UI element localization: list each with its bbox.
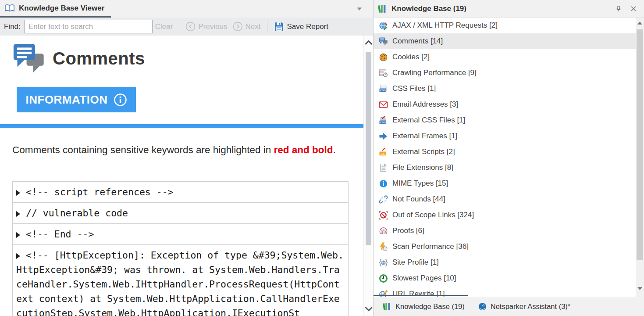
out-of-scope-icon: [379, 211, 388, 220]
save-report-button[interactable]: Save Report: [271, 21, 331, 32]
dock-tabstrip: Knowledge Base (19) Netsparker Assistant…: [374, 297, 644, 316]
kb-item-proofs[interactable]: Proofs [6]: [374, 223, 636, 239]
close-icon[interactable]: [630, 5, 637, 12]
viewer-panel: Knowledge Base Viewer Find: Clear Previo…: [0, 0, 373, 316]
search-input[interactable]: [24, 20, 153, 33]
kb-item-external-scripts[interactable]: JS External Scripts [2]: [374, 144, 636, 160]
kb-item-label: External Scripts [2]: [392, 147, 455, 156]
svg-text:CSS: CSS: [380, 89, 386, 92]
circle-arrow-left-icon: [185, 22, 196, 32]
kb-item-label: Email Addresses [3]: [392, 100, 458, 109]
section-divider-bar: [0, 124, 363, 128]
kb-item-mime-types[interactable]: MIME Types [15]: [374, 176, 636, 191]
scroll-up-icon[interactable]: [637, 22, 642, 25]
kb-item-label: Crawling Performance [9]: [392, 68, 477, 77]
comments-icon: [379, 37, 388, 46]
books-icon: [378, 4, 388, 14]
knowledge-base-title: Knowledge Base (19): [391, 4, 466, 13]
comments-table: <!-- script references --> // vulnerable…: [12, 181, 349, 316]
site-profile-icon: [379, 258, 388, 267]
previous-button[interactable]: Previous: [183, 22, 230, 32]
find-toolbar: Find: Clear Previous Next: [0, 18, 373, 36]
tab-netsparker-assistant[interactable]: Netsparker Assistant (3)*: [471, 297, 577, 316]
knowledge-base-header: Knowledge Base (19): [374, 0, 644, 18]
kb-item-external-frames[interactable]: External Frames [1]: [374, 128, 636, 144]
kb-item-label: Cookies [2]: [392, 53, 430, 61]
email-icon: [379, 100, 388, 109]
open-book-icon: [4, 4, 15, 13]
expand-arrow-icon[interactable]: [16, 211, 20, 217]
kb-item-label: Out of Scope Links [324]: [392, 211, 474, 219]
knowledge-base-scrollbar[interactable]: [636, 18, 644, 297]
file-extensions-icon: [379, 163, 388, 172]
clear-button[interactable]: Clear: [153, 22, 176, 31]
mime-types-icon: [379, 179, 388, 188]
comment-row[interactable]: // vulnerable code: [13, 203, 348, 224]
toolbar-separator: [179, 20, 179, 33]
netsparker-icon: [478, 302, 487, 311]
highlighted-keywords-text: red and bold: [274, 144, 333, 155]
kb-item-label: Proofs [6]: [392, 226, 424, 235]
expand-arrow-icon[interactable]: [16, 232, 20, 238]
slowest-pages-icon: [379, 274, 388, 283]
info-circle-icon: [114, 93, 127, 107]
tab-knowledge-base[interactable]: Knowledge Base (19): [376, 297, 471, 316]
scan-performance-icon: [379, 242, 388, 251]
cookie-icon: [379, 53, 388, 62]
viewer-tabstrip: Knowledge Base Viewer: [0, 0, 373, 18]
kb-item-file-extensions[interactable]: File Extensions [8]: [374, 160, 636, 176]
scroll-down-icon[interactable]: [637, 287, 642, 290]
kb-item-not-founds[interactable]: Not Founds [44]: [374, 191, 636, 207]
comment-text: <!-- End -->: [26, 229, 94, 240]
save-icon: [274, 21, 285, 32]
kb-item-email-addresses[interactable]: Email Addresses [3]: [374, 97, 636, 112]
kb-item-external-css-files[interactable]: CSS External CSS Files [1]: [374, 112, 636, 128]
kb-item-label: Not Founds [44]: [392, 195, 445, 204]
external-css-icon: CSS: [379, 116, 388, 125]
comment-row[interactable]: <!-- End -->: [13, 224, 348, 245]
svg-text:JS: JS: [381, 152, 385, 155]
scroll-down-icon[interactable]: [364, 306, 373, 312]
kb-item-cookies[interactable]: Cookies [2]: [374, 49, 636, 65]
tab-knowledge-base-viewer[interactable]: Knowledge Base Viewer: [0, 0, 110, 16]
kb-item-label: AJAX / XML HTTP Requests [2]: [392, 21, 498, 30]
kb-item-ajax-xml-http-requests[interactable]: AJAX / XML HTTP Requests [2]: [374, 18, 636, 33]
active-bottom-tab-indicator: [374, 295, 468, 296]
comment-text: // vulnerable code: [26, 208, 128, 219]
fingerprint-icon: [379, 226, 388, 236]
kb-item-slowest-pages[interactable]: Slowest Pages [10]: [374, 270, 636, 286]
knowledge-base-panel: Knowledge Base (19) AJAX / XML HTTP Requ…: [373, 0, 644, 316]
kb-item-crawling-performance[interactable]: Crawling Performance [9]: [374, 65, 636, 81]
comment-row[interactable]: <!-- [HttpException]: Exception of type …: [13, 245, 348, 316]
kb-item-out-of-scope-links[interactable]: Out of Scope Links [324]: [374, 207, 636, 223]
expand-arrow-icon[interactable]: [16, 190, 20, 196]
scroll-up-icon[interactable]: [364, 40, 373, 46]
circle-arrow-right-icon: [233, 22, 243, 32]
tab-list-dropdown-icon[interactable]: [357, 7, 362, 11]
external-frame-icon: [379, 132, 388, 141]
kb-item-scan-performance[interactable]: Scan Performance [36]: [374, 239, 636, 255]
expand-arrow-icon[interactable]: [16, 253, 20, 259]
information-button[interactable]: INFORMATION: [17, 87, 136, 112]
page-title: Comments: [53, 49, 145, 68]
broken-link-icon: [379, 195, 388, 204]
pin-icon[interactable]: [615, 5, 622, 12]
viewer-tab-title: Knowledge Base Viewer: [19, 4, 104, 13]
knowledge-base-viewer-window: Knowledge Base Viewer Find: Clear Previo…: [0, 0, 644, 316]
scrollbar-thumb[interactable]: [366, 52, 371, 245]
kb-item-label: Comments [14]: [392, 37, 443, 46]
find-label: Find:: [4, 22, 21, 31]
scrollbar-thumb[interactable]: [637, 29, 643, 260]
kb-item-site-profile[interactable]: Site Profile [1]: [374, 255, 636, 270]
report-content: Comments INFORMATION Comments containing…: [0, 36, 363, 316]
css-file-icon: CSS: [379, 84, 388, 93]
comment-text: <!-- [HttpException]: Exception of type …: [16, 250, 344, 316]
toolbar-separator: [267, 20, 267, 33]
kb-item-css-files[interactable]: CSS CSS Files [1]: [374, 81, 636, 97]
tab-label: Netsparker Assistant (3)*: [491, 302, 570, 311]
next-button[interactable]: Next: [230, 22, 263, 32]
kb-item-comments[interactable]: Comments [14]: [374, 33, 636, 49]
kb-item-label: Scan Performance [36]: [392, 242, 469, 251]
viewer-scrollbar[interactable]: [363, 36, 373, 316]
comment-row[interactable]: <!-- script references -->: [13, 182, 348, 203]
